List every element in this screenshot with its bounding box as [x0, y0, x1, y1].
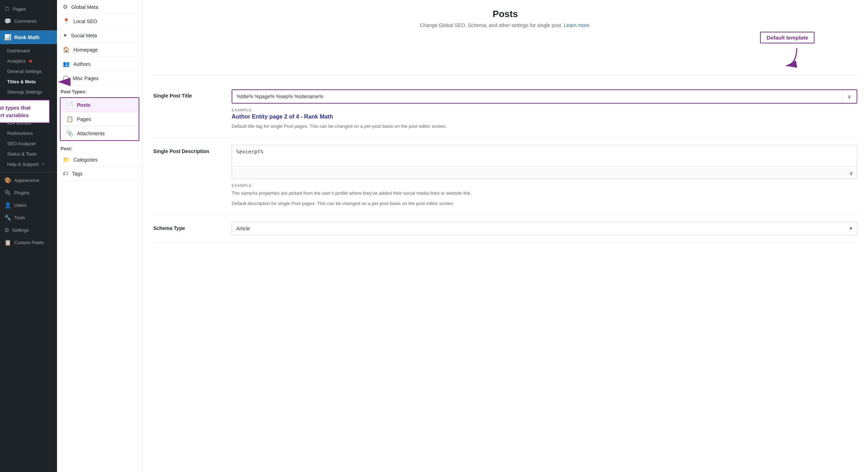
rank-math-icon: 📊: [4, 34, 11, 41]
content-header: Posts Change Global SEO, Schema, and oth…: [153, 9, 857, 68]
left-panel: ⚙ Global Meta 📍 Local SEO ✦ Social Meta …: [57, 0, 143, 472]
sidebar-item-general-settings[interactable]: General Settings: [0, 66, 57, 77]
rank-math-collapse-arrow: [58, 35, 61, 40]
sidebar-item-custom-fields[interactable]: 📋 Custom Fields: [0, 236, 57, 249]
sidebar-item-plugins-label: Plugins: [14, 190, 30, 195]
schema-type-label: Schema Type: [153, 222, 224, 231]
single-post-title-control: ∨ EXAMPLE Author Entity page 2 of 4 - Ra…: [232, 89, 857, 130]
schema-type-control: Article: [232, 222, 857, 235]
sidebar-item-users-label: Users: [14, 203, 26, 208]
sidebar-item-comments-label: Comments: [14, 19, 37, 24]
left-panel-tags[interactable]: 🏷 Tags: [57, 167, 142, 181]
learn-more-link[interactable]: Learn more: [564, 22, 589, 28]
svg-marker-0: [58, 78, 71, 86]
sidebar-item-pages[interactable]: 🗋 Pages: [0, 3, 57, 15]
left-panel-categories[interactable]: 📁 Categories: [57, 153, 142, 167]
attachments-icon: 📎: [66, 130, 73, 137]
homepage-icon: 🏠: [63, 46, 70, 53]
sidebar-item-comments[interactable]: 💬 Comments: [0, 15, 57, 27]
left-panel-pages-type[interactable]: 📋 Pages: [61, 112, 139, 126]
sidebar-item-status-tools[interactable]: Status & Tools: [0, 149, 57, 159]
external-link-icon: ↗: [41, 162, 44, 166]
callout-template-box: Default template: [760, 32, 815, 43]
example-desc-1: Default title tag for single Post pages.…: [232, 123, 857, 130]
custom-fields-icon: 📋: [4, 239, 11, 246]
single-post-desc-row: Single Post Description %excerpt% ∨ EXAM…: [153, 138, 857, 215]
authors-icon: 👥: [63, 61, 70, 67]
content-divider-1: [153, 75, 857, 75]
callout-arrow-wrap: [153, 46, 857, 68]
sidebar-item-seo-analyzer[interactable]: SEO Analyzer: [0, 138, 57, 149]
callout-template-wrap: Default template: [153, 35, 857, 43]
sidebar-item-settings-label: Settings: [12, 227, 29, 233]
callout-down-arrow: [779, 46, 800, 68]
global-meta-icon: ⚙: [63, 4, 68, 10]
single-post-desc-control: %excerpt% ∨ EXAMPLE The sameAs propertie…: [232, 145, 857, 208]
desc-dropdown-button[interactable]: ∨: [849, 170, 853, 177]
titles-meta-arrow-annotation: [58, 78, 71, 86]
categories-icon: 📁: [63, 156, 70, 163]
page-title: Posts: [153, 9, 857, 20]
tools-icon: 🔧: [4, 214, 11, 221]
single-post-title-row: Single Post Title ∨ EXAMPLE Author Entit…: [153, 82, 857, 138]
example-desc-2b: Default description for single Post page…: [232, 200, 857, 208]
single-post-desc-label: Single Post Description: [153, 145, 224, 154]
single-post-title-label: Single Post Title: [153, 89, 224, 99]
tags-icon: 🏷: [63, 171, 68, 177]
main-wrapper: ⚙ Global Meta 📍 Local SEO ✦ Social Meta …: [57, 0, 868, 472]
sidebar: 🗋 Pages 💬 Comments 📊 Rank Math Dashboard…: [0, 0, 57, 472]
left-panel-local-seo[interactable]: 📍 Local SEO: [57, 14, 142, 28]
sidebar-item-analytics[interactable]: Analytics: [0, 56, 57, 66]
pages-type-icon: 📋: [66, 116, 73, 122]
sidebar-item-appearance[interactable]: 🎨 Appearance: [0, 174, 57, 187]
sidebar-item-users[interactable]: 👤 Users: [0, 199, 57, 211]
left-panel-homepage[interactable]: 🏠 Homepage: [57, 43, 142, 57]
schema-type-row: Schema Type Article: [153, 215, 857, 243]
title-dropdown-button[interactable]: ∨: [842, 90, 857, 103]
left-panel-social-meta[interactable]: ✦ Social Meta: [57, 28, 142, 43]
sidebar-item-plugins[interactable]: 🔌 Plugins: [0, 187, 57, 199]
example-label-1: EXAMPLE: [232, 108, 857, 112]
example-desc-2a: The sameAs properties are picked from th…: [232, 190, 857, 197]
left-panel-authors[interactable]: 👥 Authors: [57, 57, 142, 71]
social-meta-icon: ✦: [63, 32, 67, 39]
sidebar-item-custom-fields-label: Custom Fields: [14, 240, 44, 245]
single-post-title-input[interactable]: [232, 90, 842, 103]
sidebar-divider: [0, 172, 57, 173]
rank-math-header[interactable]: 📊 Rank Math: [0, 30, 57, 44]
schema-type-select[interactable]: Article: [232, 222, 857, 235]
post-types-container: Post Types: All post types that support …: [57, 85, 142, 141]
post-types-heading: Post Types:: [57, 85, 142, 96]
single-post-desc-input[interactable]: %excerpt%: [232, 145, 857, 167]
comments-icon: 💬: [4, 18, 11, 25]
left-panel-global-meta[interactable]: ⚙ Global Meta: [57, 0, 142, 14]
settings-icon: ⚙: [4, 227, 9, 234]
title-input-group: ∨: [232, 89, 857, 104]
sidebar-item-titles-meta[interactable]: Titles & Meta: [0, 77, 57, 87]
sidebar-item-appearance-label: Appearance: [14, 178, 39, 183]
example-label-2: EXAMPLE: [232, 183, 857, 188]
sidebar-item-settings[interactable]: ⚙ Settings: [0, 224, 57, 236]
callout-post-types-box: All post types that support variables: [0, 100, 50, 123]
post-types-box: 📄 Posts 📋 Pages 📎 Attachments: [60, 97, 139, 141]
sidebar-item-tools[interactable]: 🔧 Tools: [0, 211, 57, 224]
sidebar-top: 🗋 Pages 💬 Comments: [0, 0, 57, 30]
left-panel-posts[interactable]: 📄 Posts: [61, 98, 139, 112]
plugins-icon: 🔌: [4, 189, 11, 196]
desc-input-group: %excerpt% ∨: [232, 145, 857, 179]
sidebar-item-dashboard[interactable]: Dashboard: [0, 46, 57, 56]
sidebar-item-redirections[interactable]: Redirections: [0, 128, 57, 138]
page-subtitle: Change Global SEO, Schema, and other set…: [153, 22, 857, 28]
example-link-1: Author Entity page 2 of 4 - Rank Math: [232, 114, 857, 120]
content-area: Posts Change Global SEO, Schema, and oth…: [143, 0, 868, 472]
appearance-icon: 🎨: [4, 177, 11, 184]
users-icon: 👤: [4, 202, 11, 209]
left-panel-attachments[interactable]: 📎 Attachments: [61, 126, 139, 140]
local-seo-icon: 📍: [63, 18, 70, 25]
desc-bottom-bar: ∨: [232, 168, 857, 179]
sidebar-item-help-support[interactable]: Help & Support ↗: [0, 159, 57, 169]
sidebar-item-tools-label: Tools: [14, 215, 25, 220]
sidebar-item-sitemap-settings[interactable]: Sitemap Settings: [0, 87, 57, 97]
sidebar-item-pages-label: Pages: [13, 6, 26, 12]
schema-select-wrap: Article: [232, 222, 857, 235]
